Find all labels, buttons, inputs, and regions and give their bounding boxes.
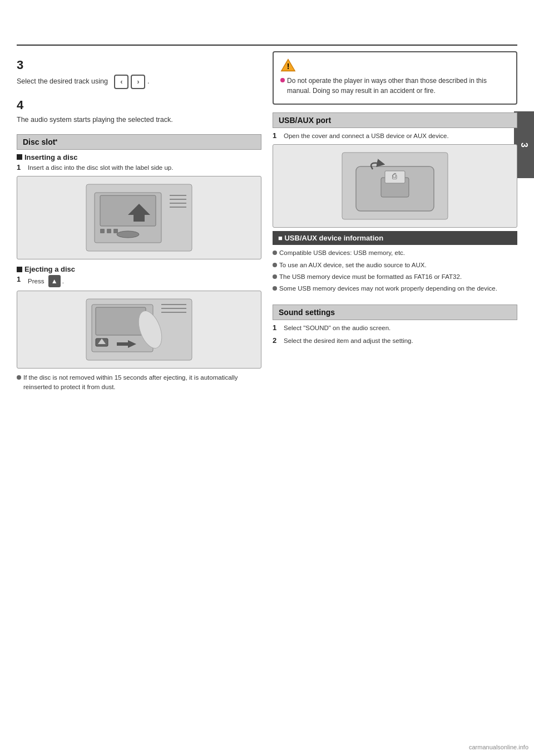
usb-bullet2-dot bbox=[273, 263, 277, 267]
usb-aux-header: USB/AUX port bbox=[273, 112, 517, 128]
next-arrow[interactable]: › bbox=[131, 75, 145, 89]
usb-bullet4-dot bbox=[273, 286, 277, 291]
disc-step1-row: 1 Insert a disc into the disc slot with … bbox=[17, 163, 261, 173]
page-divider bbox=[17, 45, 517, 46]
navigation-arrows: ‹ › bbox=[114, 75, 145, 89]
svg-point-5 bbox=[117, 231, 139, 238]
usb-svg: ⎙ bbox=[339, 150, 451, 222]
usb-step1-num: 1 bbox=[273, 131, 281, 140]
eject-button-icon: ▲ bbox=[48, 275, 61, 287]
usb-bullet3-text: The USB memory device must be formatted … bbox=[279, 272, 462, 282]
step3-text: Select the desired track using ‹ › . bbox=[17, 75, 261, 89]
svg-text:!: ! bbox=[287, 62, 290, 71]
svg-rect-2 bbox=[100, 195, 156, 226]
usb-bullet2: To use an AUX device, set the audio sour… bbox=[273, 261, 517, 270]
black-square-icon2 bbox=[17, 267, 22, 272]
usb-bullet4: Some USB memory devices may not work pro… bbox=[273, 284, 517, 293]
disc-slot-section: Disc slot* Inserting a disc 1 Insert a d… bbox=[17, 134, 261, 392]
right-column: ! Do not operate the player in ways othe… bbox=[273, 51, 517, 401]
step4-text: The audio system starts playing the sele… bbox=[17, 115, 261, 125]
step4-number: 4 bbox=[17, 98, 261, 112]
warning-box: ! Do not operate the player in ways othe… bbox=[273, 51, 517, 105]
usb-bullet1: Compatible USB devices: USB memory, etc. bbox=[273, 248, 517, 258]
prev-arrow[interactable]: ‹ bbox=[114, 75, 128, 89]
disc-slot-image bbox=[17, 176, 261, 259]
warning-text1: Do not operate the player in ways other … bbox=[287, 76, 510, 96]
sound-step2-text: Select the desired item and adjust the s… bbox=[284, 336, 413, 346]
svg-rect-6 bbox=[100, 229, 105, 233]
usb-bullet4-text: Some USB memory devices may not work pro… bbox=[279, 284, 497, 293]
eject-step1-num: 1 bbox=[17, 275, 26, 283]
sound-step1-num: 1 bbox=[273, 323, 281, 332]
eject-subsection-title: Ejecting a disc bbox=[17, 265, 261, 273]
step3-block: 3 Select the desired track using ‹ › . bbox=[17, 58, 261, 89]
left-column: 3 Select the desired track using ‹ › . 4… bbox=[17, 51, 261, 401]
step4-block: 4 The audio system starts playing the se… bbox=[17, 98, 261, 125]
disc-step1-text: Insert a disc into the disc slot with th… bbox=[28, 163, 173, 173]
eject-step1-text: Press ▲ . bbox=[28, 275, 64, 287]
disc-bullet1-text: If the disc is not removed within 15 sec… bbox=[23, 373, 261, 392]
usb-bullet1-text: Compatible USB devices: USB memory, etc. bbox=[279, 248, 405, 258]
usb-step1-row: 1 Open the cover and connect a USB devic… bbox=[273, 131, 517, 141]
svg-rect-7 bbox=[107, 229, 111, 233]
sound-settings-header: Sound settings bbox=[273, 305, 517, 320]
svg-rect-8 bbox=[113, 229, 118, 233]
disc-slot-header: Disc slot* bbox=[17, 134, 261, 150]
disc-bullet1: If the disc is not removed within 15 sec… bbox=[17, 373, 261, 392]
usb-port-image: ⎙ bbox=[273, 144, 517, 228]
sound-step1-row: 1 Select "SOUND" on the audio screen. bbox=[273, 323, 517, 333]
svg-rect-4 bbox=[134, 215, 145, 222]
warning-triangle-icon: ! bbox=[280, 58, 296, 72]
eject-svg bbox=[83, 296, 195, 363]
warning-title-row: ! bbox=[280, 58, 510, 72]
usb-step1-text: Open the cover and connect a USB device … bbox=[284, 131, 449, 141]
black-square-icon bbox=[17, 154, 22, 160]
usb-bullet3: The USB memory device must be formatted … bbox=[273, 272, 517, 282]
step3-number: 3 bbox=[17, 58, 261, 72]
sound-step1-text: Select "SOUND" on the audio screen. bbox=[284, 323, 390, 333]
warning-bullet1: Do not operate the player in ways other … bbox=[280, 76, 510, 96]
disc-step1-num: 1 bbox=[17, 163, 26, 171]
warning-bullet-dot bbox=[280, 78, 285, 82]
disc-slot-svg bbox=[83, 181, 195, 254]
usb-bullet1-dot bbox=[273, 251, 277, 255]
bullet-dot-icon bbox=[17, 375, 21, 380]
usb-aux-section: USB/AUX port 1 Open the cover and connec… bbox=[273, 112, 517, 293]
insert-subsection-title: Inserting a disc bbox=[17, 153, 261, 161]
eject-image bbox=[17, 291, 261, 369]
main-content: 3 Select the desired track using ‹ › . 4… bbox=[0, 51, 534, 401]
page-footer: carmanualsonline.info bbox=[469, 744, 528, 750]
usb-bullet2-text: To use an AUX device, set the audio sour… bbox=[279, 261, 427, 270]
usb-notes-header: ■ USB/AUX device information bbox=[273, 231, 517, 245]
sound-step2-num: 2 bbox=[273, 336, 281, 345]
svg-text:⎙: ⎙ bbox=[392, 171, 397, 180]
svg-rect-15 bbox=[96, 307, 146, 335]
sound-settings-section: Sound settings 1 Select "SOUND" on the a… bbox=[273, 305, 517, 346]
sound-step2-row: 2 Select the desired item and adjust the… bbox=[273, 336, 517, 346]
eject-step1-row: 1 Press ▲ . bbox=[17, 275, 261, 287]
usb-bullet3-dot bbox=[273, 274, 277, 279]
